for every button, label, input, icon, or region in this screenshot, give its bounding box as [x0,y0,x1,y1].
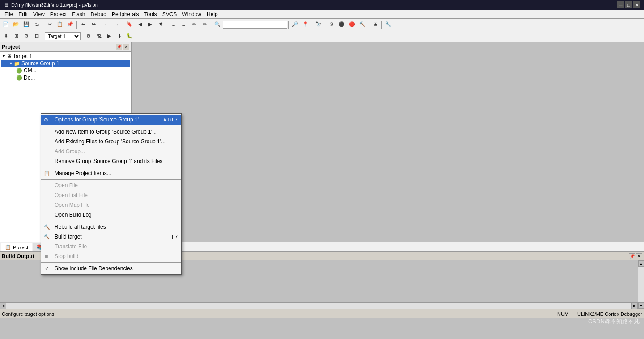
ctx-label-open-build-log: Open Build Log [55,212,92,218]
title-bar: 🖥 D:\my file\stm32\in\no.1.uvproj - µVis… [0,0,644,10]
target-select[interactable]: Target 1 [45,32,80,40]
sep4 [123,21,123,29]
ctx-item-icon-stop-build: ⏹ [44,254,49,259]
ctx-item-add-new[interactable]: Add New Item to Group 'Source Group 1'..… [41,127,181,137]
build-env-btn[interactable]: 🏗 [94,31,104,41]
settings-btn[interactable]: 🔧 [383,20,393,29]
new-file-btn[interactable]: 📄 [1,20,11,29]
ctx-item-manage-items[interactable]: 📋Manage Project Items... [41,168,181,178]
tree-item-icon-1: 📁 [14,61,20,67]
menu-item-debug[interactable]: Debug [88,10,109,18]
bottom-tab-icon-project: 📋 [5,244,11,250]
build-btn[interactable]: ▶ [104,31,114,41]
tree-item-3[interactable]: 🟢De... [1,74,130,81]
tree-item-0[interactable]: ▼🖥Target 1 [1,53,130,60]
menu-item-window[interactable]: Window [179,10,204,18]
ctx-item-remove-group[interactable]: Remove Group 'Source Group 1' and its Fi… [41,156,181,166]
ctx-sep-1 [41,126,181,126]
dot-btn3[interactable]: 🔴 [347,20,357,29]
build-scroll[interactable]: ▲ ▼ [638,260,644,309]
menu-item-peripherals[interactable]: Peripherals [109,10,142,18]
bookmark-btn[interactable]: 🔖 [125,20,135,29]
load-btn[interactable]: ⬇ [114,31,124,41]
ctx-label-remove-group: Remove Group 'Source Group 1' and its Fi… [55,158,162,164]
open-btn[interactable]: 📂 [11,20,21,29]
nav-fwd-btn[interactable]: → [112,20,122,29]
project-panel-title: Project [2,44,20,50]
find-btn[interactable]: 🔍 [212,20,222,29]
menu-bar: FileEditViewProjectFlashDebugPeripherals… [0,10,644,19]
dot-btn4[interactable]: 🔨 [357,20,367,29]
build-output-float-btn[interactable]: 📌 [629,253,635,259]
tb2-btn1[interactable]: ⬇ [1,31,11,41]
comment-btn[interactable]: ✏ [189,20,199,29]
bookmark-prev-btn[interactable]: ◀ [135,20,145,29]
sep7 [288,21,289,29]
save-all-btn[interactable]: 🗂 [32,20,42,29]
minimize-button[interactable]: ─ [617,1,624,8]
ctx-item-show-deps[interactable]: ✓Show Include File Dependencies [41,264,181,273]
sep2 [76,21,77,29]
tree-expander[interactable]: ▼ [2,54,6,59]
ctx-item-open-build-log[interactable]: Open Build Log [41,210,181,220]
dot-btn1[interactable]: ⚙ [326,20,336,29]
tb2-btn3[interactable]: ⚙ [21,31,31,41]
ctx-item-open-map: Open Map File [41,200,181,210]
maximize-button[interactable]: □ [625,1,632,8]
ctx-item-add-existing[interactable]: Add Existing Files to Group 'Source Grou… [41,137,181,146]
ctx-item-icon-options-group: ⚙ [44,117,48,123]
menu-item-svcs[interactable]: SVCS [160,10,180,18]
save-btn[interactable]: 💾 [21,20,31,29]
ctx-item-build[interactable]: 🔨Build targetF7 [41,232,181,242]
uncomment-btn[interactable]: ✏ [199,20,209,29]
dot-btn2[interactable]: ⚫ [337,20,347,29]
ctx-label-add-group: Add Group... [55,148,85,155]
menu-item-flash[interactable]: Flash [69,10,88,18]
panel-float-btn[interactable]: 📌 [116,44,122,50]
ctx-label-open-map: Open Map File [55,202,90,208]
undo-btn[interactable]: ↩ [78,20,88,29]
pin-btn[interactable]: 📍 [301,20,310,29]
options-btn[interactable]: ⚙ [84,31,93,41]
bottom-tab-project[interactable]: 📋Project [1,243,32,251]
clear-bookmark-btn[interactable]: ✖ [156,20,165,29]
tb2-btn4[interactable]: ⊡ [32,31,42,41]
cut-btn[interactable]: ✂ [45,20,55,29]
ctx-item-options-group[interactable]: ⚙Options for Group 'Source Group 1'...Al… [41,115,181,125]
tree-item-icon-0: 🖥 [7,54,12,59]
menu-item-file[interactable]: File [2,10,16,18]
tree-item-1[interactable]: ▼📁Source Group 1 [1,60,130,67]
copy-btn[interactable]: 📋 [55,20,65,29]
bookmark-next-btn[interactable]: ▶ [145,20,155,29]
build-output-close-btn[interactable]: ✕ [636,253,642,259]
ctx-item-rebuild[interactable]: 🔨Rebuild all target files [41,222,181,232]
search-input[interactable] [224,22,286,27]
unindent-btn[interactable]: ≡ [179,20,189,29]
tb2-btn2[interactable]: ⊞ [11,31,21,41]
menu-item-edit[interactable]: Edit [16,10,30,18]
ctx-label-build: Build target [55,234,82,240]
grid-btn[interactable]: ⊞ [370,20,380,29]
redo-btn[interactable]: ↪ [89,20,98,29]
tree-item-2[interactable]: 🟢CM... [1,67,130,74]
ctx-item-stop-build: ⏹Stop build [41,251,181,261]
nav-back-btn[interactable]: ← [102,20,111,29]
sep5 [167,21,167,29]
build-hscroll[interactable]: ◀ ▶ [0,302,638,309]
zoom-btn[interactable]: 🔭 [314,20,323,29]
menu-item-tools[interactable]: Tools [142,10,160,18]
tree-item-icon-3: 🟢 [16,75,22,81]
tree-expander[interactable]: ▼ [9,61,13,66]
debugger-name: ULINK2/ME Cortex Debugger [577,311,642,317]
find-in-files-btn[interactable]: 🔎 [290,20,300,29]
menu-item-view[interactable]: View [30,10,47,18]
ctx-sep-8 [41,179,181,180]
sep-tb2-2 [82,32,82,40]
menu-item-project[interactable]: Project [47,10,69,18]
paste-btn[interactable]: 📌 [65,20,75,29]
menu-item-help[interactable]: Help [204,10,220,18]
debug-btn[interactable]: 🐛 [125,31,135,41]
indent-btn[interactable]: ≡ [169,20,178,29]
close-button[interactable]: ✕ [633,1,640,8]
panel-close-btn[interactable]: ✕ [123,44,129,50]
